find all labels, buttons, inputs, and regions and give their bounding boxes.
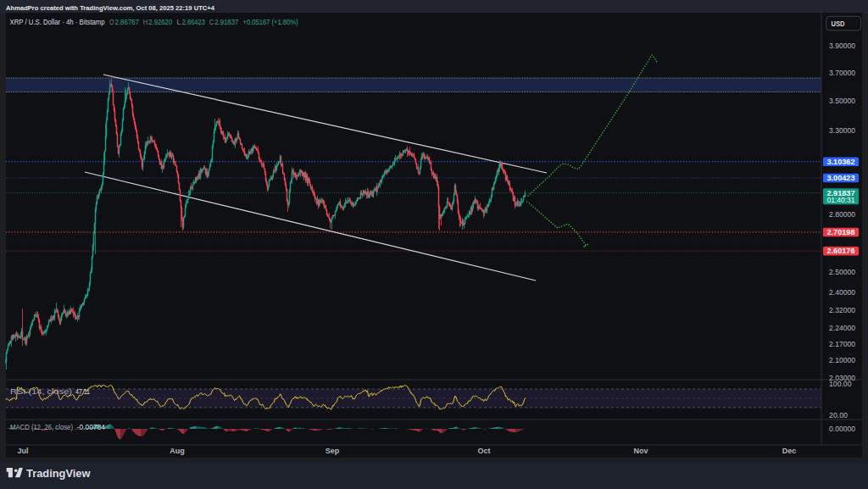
svg-text:2.50000: 2.50000 (829, 268, 855, 276)
svg-text:3.70000: 3.70000 (829, 69, 855, 77)
svg-text:3.00423: 3.00423 (827, 174, 855, 182)
svg-text:Nov: Nov (633, 447, 648, 455)
svg-text:2.24000: 2.24000 (829, 324, 855, 332)
svg-text:2.32000: 2.32000 (829, 306, 855, 314)
svg-text:O: O (109, 18, 114, 26)
svg-text:2.86767: 2.86767 (115, 18, 140, 26)
svg-text:RSI (14, close): RSI (14, close) (10, 387, 72, 396)
svg-text:20.00: 20.00 (829, 411, 848, 420)
svg-text:2.60176: 2.60176 (827, 247, 855, 255)
svg-text:C: C (209, 18, 214, 26)
svg-text:+0.05167 (+1.80%): +0.05167 (+1.80%) (243, 18, 298, 26)
svg-text:2.40000: 2.40000 (829, 288, 855, 297)
svg-text:01:40:31: 01:40:31 (827, 196, 855, 204)
svg-text:100.00: 100.00 (829, 380, 852, 388)
svg-text:47.11: 47.11 (75, 387, 90, 396)
svg-text:0.00000: 0.00000 (829, 425, 855, 433)
svg-text:MACD (12, 26, close): MACD (12, 26, close) (10, 423, 73, 431)
svg-text:2.86423: 2.86423 (182, 18, 205, 26)
svg-text:TradingView: TradingView (26, 467, 91, 480)
svg-text:Jul: Jul (17, 447, 28, 455)
svg-text:3.50000: 3.50000 (829, 97, 855, 105)
svg-text:2.92620: 2.92620 (148, 18, 172, 26)
svg-text:-0.00784: -0.00784 (77, 423, 105, 431)
svg-text:AhmadPro created with TradingV: AhmadPro created with TradingView.com, O… (6, 4, 215, 12)
svg-text:XRP / U.S. Dollar · 4h · Bitst: XRP / U.S. Dollar · 4h · Bitstamp (10, 18, 105, 26)
svg-text:2.70198: 2.70198 (827, 228, 855, 236)
svg-text:Oct: Oct (477, 447, 490, 455)
svg-text:2.17000: 2.17000 (829, 340, 855, 348)
svg-text:Dec: Dec (782, 447, 797, 455)
svg-text:2.10000: 2.10000 (829, 356, 855, 364)
svg-text:3.90000: 3.90000 (829, 42, 855, 50)
svg-text:Aug: Aug (170, 447, 185, 455)
svg-text:USD: USD (832, 19, 845, 28)
svg-text:2.91837: 2.91837 (214, 18, 238, 26)
svg-text:3.30000: 3.30000 (829, 126, 855, 135)
svg-text:L: L (176, 18, 181, 26)
svg-text:2.80000: 2.80000 (829, 210, 855, 219)
svg-text:Sep: Sep (326, 447, 340, 455)
svg-text:3.10362: 3.10362 (827, 158, 855, 166)
svg-text:H: H (143, 18, 148, 26)
